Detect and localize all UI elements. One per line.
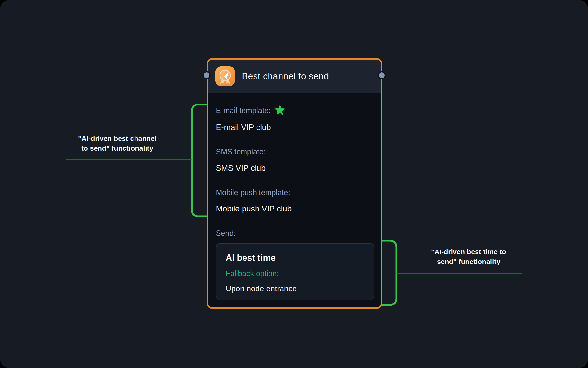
sms-template-value: SMS VIP club	[216, 163, 374, 173]
right-annotation: "AI-driven best time to send" functional…	[405, 247, 532, 267]
send-label: Send:	[216, 229, 374, 238]
star-icon	[274, 105, 285, 116]
left-annotation-line1: "AI-driven best channel	[54, 134, 181, 144]
right-annotation-line1: "AI-driven best time to	[405, 247, 532, 257]
output-port[interactable]	[378, 71, 386, 79]
sms-template-label: SMS template:	[216, 147, 374, 156]
node-body: E-mail template: E-mail VIP club SMS tem…	[208, 93, 381, 300]
flow-canvas: Best channel to send E-mail template: E-…	[0, 0, 588, 368]
fallback-option-label: Fallback option:	[226, 269, 364, 278]
email-template-label: E-mail template:	[216, 106, 374, 116]
fallback-option-value: Upon node entrance	[226, 284, 364, 293]
send-settings-box[interactable]: AI best time Fallback option: Upon node …	[216, 243, 374, 300]
node-title: Best channel to send	[242, 71, 329, 81]
input-port[interactable]	[202, 71, 211, 79]
right-annotation-line2: send" functionality	[405, 257, 532, 267]
email-template-value: E-mail VIP club	[216, 122, 374, 132]
best-channel-node[interactable]: Best channel to send E-mail template: E-…	[207, 58, 382, 309]
medal-send-icon	[215, 66, 235, 86]
left-annotation-line2: to send" functionality	[54, 144, 181, 153]
node-header: Best channel to send	[208, 60, 381, 93]
mobile-push-template-label: Mobile push template:	[216, 188, 374, 197]
mobile-push-template-value: Mobile push VIP club	[216, 204, 374, 214]
right-bracket-connector	[382, 241, 396, 305]
left-bracket-connector	[192, 105, 207, 216]
left-annotation: "AI-driven best channel to send" functio…	[54, 134, 181, 153]
send-mode-value: AI best time	[226, 252, 364, 263]
